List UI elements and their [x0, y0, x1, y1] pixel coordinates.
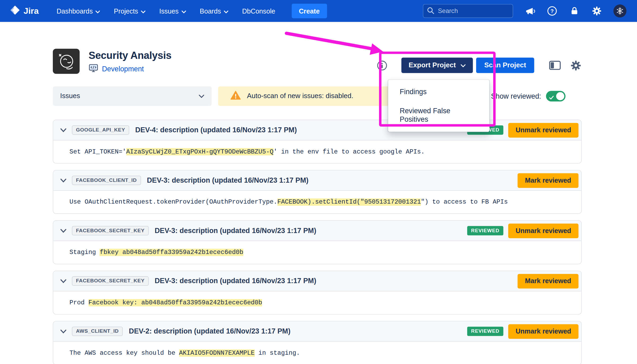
export-project-label: Export Project — [408, 61, 456, 69]
finding-description: Staging fbkey ab048ad50ffa33959a242b1ece… — [53, 241, 582, 264]
secret-highlight: fbkey ab048ad50ffa33959a242b1ecec6ed0b — [100, 249, 243, 256]
finding-code: Set API_TOKEN='AIzaSyCLWjZ0_ETxgPOxH-gQY… — [70, 148, 425, 156]
show-reviewed-toggle[interactable] — [546, 91, 565, 102]
reviewed-status-badge: REVIEWED — [467, 226, 503, 235]
help-icon[interactable]: ? — [546, 5, 558, 17]
page-title: Security Analysis — [89, 50, 171, 61]
chevron-down-icon — [96, 7, 100, 15]
export-project-button[interactable]: Export Project — [401, 58, 473, 73]
filter-bar: Issues Auto-scan of new issues: disabled… — [53, 86, 582, 106]
chevron-down-icon — [224, 7, 228, 15]
mark-reviewed-button[interactable]: Mark reviewed — [518, 274, 578, 288]
toggle-knob — [556, 92, 564, 100]
unmark-reviewed-button[interactable]: Unmark reviewed — [508, 123, 578, 137]
project-avatar[interactable] — [53, 49, 80, 74]
finding-description: Prod Facebook key: ab048ad50ffa33959a242… — [53, 291, 582, 314]
user-avatar[interactable] — [613, 5, 626, 17]
main-content: Security Analysis Development Export Pro… — [53, 49, 582, 364]
warning-text: Auto-scan of new issues: disabled. — [247, 92, 354, 100]
finding-description: Use OAuthClientRequest.tokenProvider(OAu… — [53, 191, 582, 213]
announcements-megaphone-icon[interactable] — [524, 5, 535, 17]
nav-label: DbConsole — [242, 7, 275, 15]
chevron-down-icon — [199, 94, 204, 98]
lock-icon[interactable] — [569, 5, 580, 17]
finding-type-badge: GOOGLE_API_KEY — [72, 125, 129, 135]
nav-label: Dashboards — [57, 7, 93, 15]
chevron-down-icon — [141, 7, 145, 15]
finding-header[interactable]: FACEBOOK_CLIENT_ID DEV-3: description (u… — [53, 170, 582, 191]
mark-reviewed-button[interactable]: Mark reviewed — [518, 173, 578, 188]
secret-highlight: AIzaSyCLWjZ0_ETxgPOxH-gQYT9ODeWcBBZU5-Q — [126, 148, 273, 156]
unmark-reviewed-button[interactable]: Unmark reviewed — [508, 324, 578, 339]
secret-highlight: AKIAIO5FODNN7EXAMPLE — [179, 349, 255, 357]
nav-boards[interactable]: Boards — [200, 7, 229, 15]
finding-code: The AWS access key should be AKIAIO5FODN… — [70, 349, 300, 357]
findings-list: GOOGLE_API_KEY DEV-4: description (updat… — [53, 120, 582, 364]
secret-highlight: FACEBOOK).setClientId("950513172001321 — [277, 198, 421, 206]
finding-card: FACEBOOK_SECRET_KEY DEV-3: description (… — [53, 271, 582, 314]
finding-type-badge: FACEBOOK_SECRET_KEY — [72, 276, 149, 286]
finding-type-badge: FACEBOOK_CLIENT_ID — [72, 176, 141, 185]
collapse-chevron-icon[interactable] — [59, 229, 68, 233]
collapse-chevron-icon[interactable] — [59, 279, 68, 283]
jira-brand[interactable]: Jira — [10, 5, 39, 17]
issues-filter-value: Issues — [60, 92, 80, 100]
export-dropdown-menu: Findings Reviewed False Positives — [388, 80, 490, 132]
finding-title: DEV-3: description (updated 16/Nov/23 1:… — [155, 277, 316, 285]
show-reviewed-label: Show reviewed: — [491, 92, 541, 100]
finding-type-badge: FACEBOOK_SECRET_KEY — [72, 226, 149, 235]
finding-type-badge: AWS_CLIENT_ID — [72, 327, 123, 336]
collapse-chevron-icon[interactable] — [59, 128, 68, 132]
nav-label: Projects — [114, 7, 138, 15]
finding-title: DEV-3: description (updated 16/Nov/23 1:… — [155, 226, 316, 235]
finding-code: Prod Facebook key: ab048ad50ffa33959a242… — [70, 299, 262, 306]
finding-title: DEV-4: description (updated 16/Nov/23 1:… — [135, 126, 297, 134]
finding-title: DEV-2: description (updated 16/Nov/23 1:… — [129, 327, 291, 336]
nav-projects[interactable]: Projects — [114, 7, 145, 15]
chevron-down-icon — [461, 61, 466, 69]
jira-logo-icon — [10, 5, 20, 17]
nav-issues[interactable]: Issues — [159, 7, 186, 15]
finding-header[interactable]: FACEBOOK_SECRET_KEY DEV-3: description (… — [53, 271, 582, 291]
finding-header[interactable]: GOOGLE_API_KEY DEV-4: description (updat… — [53, 120, 582, 141]
finding-title: DEV-3: description (updated 16/Nov/23 1:… — [147, 176, 308, 185]
secret-highlight: Facebook key: ab048ad50ffa33959a242b1ece… — [88, 299, 262, 306]
search-input[interactable] — [423, 4, 513, 18]
warning-icon — [230, 90, 241, 102]
chevron-down-icon — [182, 7, 186, 15]
nav-label: Issues — [159, 7, 179, 15]
menu-item-reviewed-false-positives[interactable]: Reviewed False Positives — [388, 102, 489, 129]
collapse-chevron-icon[interactable] — [59, 329, 68, 333]
brand-name: Jira — [24, 6, 39, 16]
show-reviewed-control: Show reviewed: — [491, 91, 566, 102]
scan-project-button[interactable]: Scan Project — [476, 58, 534, 73]
finding-code: Use OAuthClientRequest.tokenProvider(OAu… — [70, 198, 508, 206]
finding-code: Staging fbkey ab048ad50ffa33959a242b1ece… — [70, 249, 243, 256]
nav-dbconsole[interactable]: DbConsole — [242, 7, 275, 15]
reviewed-status-badge: REVIEWED — [467, 327, 503, 336]
finding-card: GOOGLE_API_KEY DEV-4: description (updat… — [53, 120, 582, 164]
finding-card: AWS_CLIENT_ID DEV-2: description (update… — [53, 321, 582, 364]
project-link[interactable]: Development — [102, 65, 144, 73]
finding-header[interactable]: AWS_CLIENT_ID DEV-2: description (update… — [53, 321, 582, 342]
info-icon[interactable] — [377, 60, 388, 71]
check-icon — [549, 94, 554, 102]
svg-text:?: ? — [550, 8, 554, 14]
finding-description: Set API_TOKEN='AIzaSyCLWjZ0_ETxgPOxH-gQY… — [53, 141, 582, 163]
gear-icon[interactable] — [591, 5, 602, 17]
top-navigation: Jira Dashboards Projects Issues Boards D… — [0, 0, 637, 22]
search-icon — [427, 7, 434, 16]
screen: Jira Dashboards Projects Issues Boards D… — [0, 0, 637, 364]
collapse-chevron-icon[interactable] — [59, 178, 68, 182]
issues-filter-select[interactable]: Issues — [53, 86, 212, 106]
create-button[interactable]: Create — [291, 4, 327, 18]
unmark-reviewed-button[interactable]: Unmark reviewed — [508, 223, 578, 238]
nav-dashboards[interactable]: Dashboards — [57, 7, 100, 15]
finding-description: The AWS access key should be AKIAIO5FODN… — [53, 342, 582, 364]
menu-item-findings[interactable]: Findings — [388, 82, 489, 102]
page-header: Security Analysis Development Export Pro… — [53, 49, 582, 75]
settings-gear-icon[interactable] — [570, 59, 582, 71]
finding-header[interactable]: FACEBOOK_SECRET_KEY DEV-3: description (… — [53, 221, 582, 241]
details-panel-icon[interactable] — [549, 60, 561, 71]
nav-label: Boards — [200, 7, 221, 15]
